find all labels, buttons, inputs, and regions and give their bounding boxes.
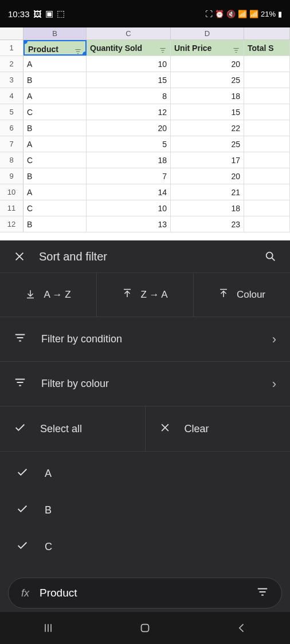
cell-qty[interactable]: 14 [87, 184, 171, 200]
filter-list-icon[interactable] [256, 586, 269, 600]
col-header-B[interactable]: B [23, 27, 87, 39]
selection-handle-br[interactable] [83, 52, 87, 56]
cell-total[interactable] [244, 88, 290, 104]
header-product[interactable]: Product [23, 40, 87, 56]
cell-qty[interactable]: 5 [87, 136, 171, 152]
cell-product[interactable]: 3A [23, 88, 87, 104]
col-header-C[interactable]: C [87, 27, 171, 39]
cell-total[interactable] [244, 120, 290, 136]
cell-qty[interactable]: 20 [87, 120, 171, 136]
cell-qty[interactable]: 10 [87, 56, 171, 72]
row-header[interactable]: 5 [0, 104, 23, 120]
close-icon[interactable] [11, 248, 28, 264]
table-row: 93B720 [0, 168, 290, 184]
sort-colour-button[interactable]: Colour [194, 273, 290, 317]
cell-qty[interactable]: 7 [87, 168, 171, 184]
filter-by-colour[interactable]: Filter by colour › [0, 362, 290, 406]
row-header[interactable]: 1 [0, 40, 23, 56]
cell-qty[interactable]: 13 [87, 216, 171, 232]
header-total[interactable]: Total S [244, 40, 290, 56]
cell-qty[interactable]: 12 [87, 104, 171, 120]
search-icon[interactable] [262, 248, 279, 264]
back-button[interactable] [234, 620, 250, 636]
filter-icon[interactable] [74, 45, 82, 56]
cell-total[interactable] [244, 136, 290, 152]
home-button[interactable] [137, 620, 153, 636]
filter-icon[interactable] [232, 44, 240, 56]
clear-button[interactable]: Clear [146, 406, 291, 451]
filter-list-icon [14, 331, 26, 347]
row-header[interactable]: 6 [0, 120, 23, 136]
row-header[interactable]: 8 [0, 152, 23, 168]
row-header[interactable]: 2 [0, 56, 23, 72]
row-header[interactable]: 11 [0, 200, 23, 216]
sort-za-button[interactable]: Z → A [97, 273, 194, 317]
cell-product[interactable]: 9A [23, 184, 87, 200]
cell-product[interactable]: 3B [23, 168, 87, 184]
table-row: 21A1020 [0, 56, 290, 72]
cell-qty[interactable]: 18 [87, 152, 171, 168]
header-price[interactable]: Unit Price [171, 40, 244, 56]
cell-price[interactable]: 15 [171, 104, 244, 120]
cell-qty[interactable]: 10 [87, 200, 171, 216]
filter-condition-label: Filter by condition [41, 333, 257, 345]
cell-total[interactable] [244, 216, 290, 232]
col-header-D[interactable]: D [171, 27, 244, 39]
cell-total[interactable] [244, 200, 290, 216]
cell-total[interactable] [244, 152, 290, 168]
cell-price[interactable]: 18 [171, 200, 244, 216]
cell-total[interactable] [244, 184, 290, 200]
cell-price[interactable]: 22 [171, 120, 244, 136]
filter-by-condition[interactable]: Filter by condition › [0, 317, 290, 362]
cell-total[interactable] [244, 56, 290, 72]
cell-product[interactable]: 7C [23, 152, 87, 168]
filter-icon[interactable] [159, 44, 167, 56]
header-total-label: Total S [248, 44, 274, 53]
header-qty[interactable]: Quantity Sold [87, 40, 171, 56]
cell-price[interactable]: 20 [171, 168, 244, 184]
table-row: 110C1018 [0, 200, 290, 216]
clock: 10:33 [8, 9, 30, 19]
spreadsheet[interactable]: B C D 1 Product Quantity Sold [0, 27, 290, 240]
cell-product[interactable]: 5A [23, 136, 87, 152]
sort-za-label: Z → A [140, 289, 167, 301]
cell-price[interactable]: 18 [171, 88, 244, 104]
row-header[interactable]: 4 [0, 88, 23, 104]
sort-az-button[interactable]: A → Z [0, 273, 97, 317]
row-header[interactable]: 12 [0, 216, 23, 232]
filter-value-item[interactable]: C [0, 528, 290, 565]
cell-product[interactable]: 2B [23, 72, 87, 88]
filter-value-item[interactable]: A [0, 455, 290, 492]
col-header-E[interactable] [244, 27, 290, 39]
cell-price[interactable]: 25 [171, 136, 244, 152]
check-icon [16, 539, 30, 555]
cell-qty[interactable]: 8 [87, 88, 171, 104]
cell-product[interactable]: 5B [23, 120, 87, 136]
cell-price[interactable]: 25 [171, 72, 244, 88]
row-header[interactable]: 7 [0, 136, 23, 152]
cell-product[interactable]: 1A [23, 56, 87, 72]
cell-price[interactable]: 21 [171, 184, 244, 200]
cell-total[interactable] [244, 72, 290, 88]
fx-icon: fx [21, 587, 29, 599]
row-header[interactable]: 10 [0, 184, 23, 200]
cell-product[interactable]: 0C [23, 200, 87, 216]
battery-text: 21% [261, 10, 276, 18]
cell-total[interactable] [244, 168, 290, 184]
cell-product[interactable]: 4C [23, 104, 87, 120]
select-all-button[interactable]: Select all [0, 406, 146, 451]
row-header[interactable]: 3 [0, 72, 23, 88]
selection-handle-tl[interactable] [23, 40, 28, 44]
filter-value-item[interactable]: B [0, 492, 290, 528]
recent-apps-button[interactable] [40, 620, 56, 636]
cell-price[interactable]: 17 [171, 152, 244, 168]
row-header[interactable]: 9 [0, 168, 23, 184]
cell-price[interactable]: 20 [171, 56, 244, 72]
formula-bar[interactable]: fx Product [8, 578, 282, 609]
cell-product[interactable]: 1B [23, 216, 87, 232]
formula-input[interactable]: Product [40, 587, 246, 599]
cell-qty[interactable]: 15 [87, 72, 171, 88]
cell-total[interactable] [244, 104, 290, 120]
mute-icon: 🔇 [226, 10, 236, 18]
cell-price[interactable]: 23 [171, 216, 244, 232]
